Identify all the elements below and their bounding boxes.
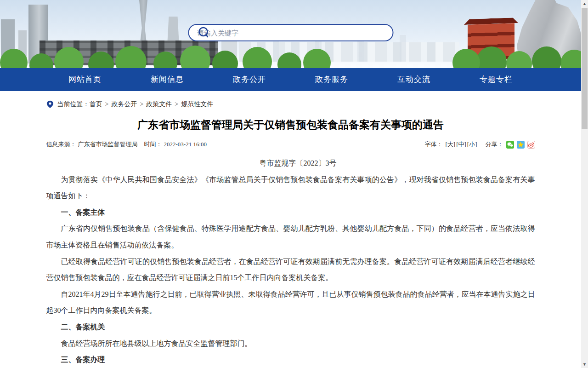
source-value: 广东省市场监督管理局 (78, 141, 138, 148)
breadcrumb-items: 首页>政务公开>政策文件>规范性文件 (90, 100, 214, 109)
article-meta: 信息来源：广东省市场监督管理局时间：2022-03-21 16:00 字体： [… (46, 140, 535, 149)
wechat-share-button[interactable] (506, 141, 514, 149)
font-size-button[interactable]: [小] (467, 141, 477, 148)
nav-item[interactable]: 专题专栏 (455, 68, 537, 91)
section-heading: 三、备案办理 (46, 351, 535, 368)
font-size-button[interactable]: [大] (445, 141, 455, 148)
qzone-share-button[interactable] (517, 141, 525, 149)
scroll-down-button[interactable]: ▼ (581, 361, 588, 368)
five-rams-statue-illustration (517, 0, 581, 64)
article-body: 粤市监规字〔2022〕3号 为贯彻落实《中华人民共和国食品安全法》《市场监管总局… (46, 155, 535, 368)
breadcrumb-item[interactable]: 政策文件 (146, 101, 172, 108)
main-nav: 网站首页新闻信息政务公开政务服务互动交流专题专栏 (0, 68, 581, 91)
paragraph: 自2021年4月29日至本通告施行之日前，已取得营业执照、未取得食品经营许可，且… (46, 286, 535, 319)
weibo-share-button[interactable] (527, 141, 535, 149)
time-value: 2022-03-21 16:00 (164, 141, 207, 148)
font-size-buttons: [大][中][小] (445, 140, 478, 149)
header-banner (0, 0, 581, 68)
font-size-button[interactable]: [中] (456, 141, 466, 148)
paragraph: 已经取得食品经营许可证的仅销售预包装食品经营者，在食品经营许可证有效期届满前无需… (46, 253, 535, 286)
breadcrumb-item[interactable]: 规范性文件 (181, 101, 213, 108)
weibo-icon (527, 141, 535, 149)
breadcrumb-separator: > (105, 101, 109, 108)
article-meta-left: 信息来源：广东省市场监督管理局时间：2022-03-21 16:00 (46, 140, 209, 149)
search-bar (188, 24, 393, 41)
paragraph: 为贯彻落实《中华人民共和国食品安全法》《市场监管总局关于仅销售预包装食品备案有关… (46, 172, 535, 204)
nav-item[interactable]: 互动交流 (373, 68, 455, 91)
breadcrumb: 当前位置： 首页>政务公开>政策文件>规范性文件 (46, 100, 535, 109)
breadcrumb-separator: > (140, 101, 143, 108)
museum-building-illustration (40, 40, 218, 65)
share-label: 分享： (486, 140, 503, 149)
nav-item[interactable]: 政务公开 (209, 68, 291, 91)
breadcrumb-label: 当前位置： (57, 100, 90, 109)
nav-menu: 网站首页新闻信息政务公开政务服务互动交流专题专栏 (44, 68, 537, 91)
wechat-icon (506, 141, 514, 149)
search-icon (198, 27, 209, 39)
scrollbar-thumb[interactable] (582, 8, 588, 129)
nav-item[interactable]: 网站首页 (44, 68, 126, 91)
font-size-label: 字体： (424, 140, 442, 149)
page: 网站首页新闻信息政务公开政务服务互动交流专题专栏 当前位置： 首页>政务公开>政… (0, 0, 581, 368)
source-label: 信息来源： (46, 141, 76, 148)
paragraph: 广东省内仅销售预包装食品（含保健食品、特殊医学用途配方食品、婴幼儿配方乳粉、其他… (46, 220, 535, 253)
page-title: 广东省市场监督管理局关于仅销售预包装食品备案有关事项的通告 (46, 118, 535, 132)
nav-item[interactable]: 新闻信息 (126, 68, 209, 91)
scrollbar[interactable]: ▲ ▼ (581, 0, 588, 368)
location-pin-icon (46, 100, 54, 109)
article-paragraphs: 为贯彻落实《中华人民共和国食品安全法》《市场监管总局关于仅销售预包装食品备案有关… (46, 172, 535, 368)
breadcrumb-item[interactable]: 政务公开 (111, 101, 137, 108)
document-number: 粤市监规字〔2022〕3号 (46, 155, 535, 172)
paragraph: 食品经营场所所在地县级以上地方食品安全监督管理部门。 (46, 335, 535, 352)
section-heading: 一、备案主体 (46, 204, 535, 221)
breadcrumb-separator: > (175, 101, 178, 108)
nav-item[interactable]: 政务服务 (291, 68, 373, 91)
qzone-icon (517, 141, 525, 149)
section-heading: 二、备案机关 (46, 319, 535, 335)
search-button[interactable] (197, 26, 210, 39)
scroll-up-button[interactable]: ▲ (581, 0, 588, 7)
breadcrumb-item[interactable]: 首页 (90, 101, 102, 108)
article-meta-right: 字体： [大][中][小] 分享： (424, 140, 535, 149)
search-input[interactable] (197, 29, 288, 37)
time-label: 时间： (144, 141, 162, 148)
